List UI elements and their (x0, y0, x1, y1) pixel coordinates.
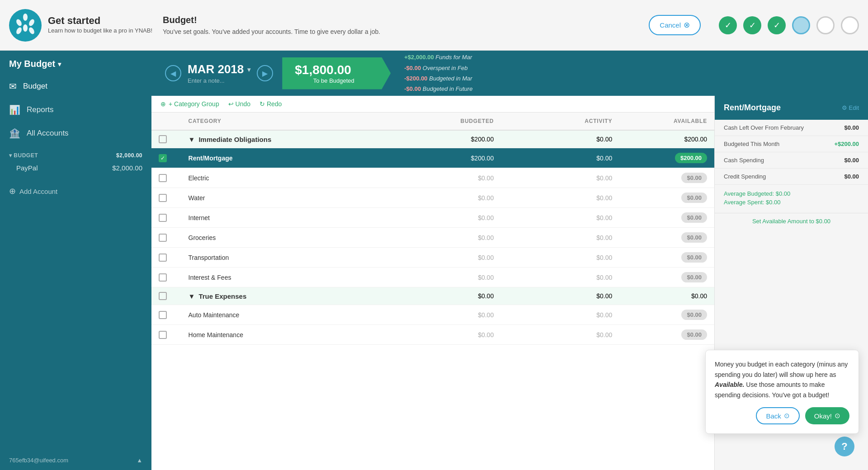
add-account-icon: ⊕ (9, 186, 16, 196)
category-group-button[interactable]: ⊕ + Category Group (160, 100, 219, 108)
tooltip-text: Money you budget in each category (minus… (715, 359, 849, 400)
sidebar-user-email: 765efb34@uifeed.com (9, 457, 68, 464)
group-available-true: $0.00 (619, 287, 714, 305)
next-month-button[interactable]: ▶ (257, 65, 273, 81)
item-name-electric: Electric (189, 174, 209, 182)
breakdown-label-0: Funds for Mar (435, 54, 472, 61)
breakdown-row-2: -$200.00 Budgeted in Mar (404, 73, 472, 84)
sidebar-footer-arrow-icon: ▲ (137, 457, 142, 464)
item-available-home: $0.00 (681, 329, 707, 340)
th-activity: ACTIVITY (501, 113, 619, 130)
prev-month-button[interactable]: ◀ (165, 65, 181, 81)
budget-toolbar: ⊕ + Category Group ↩ Undo ↻ Redo (151, 96, 714, 113)
table-row[interactable]: Water $0.00 $0.00 $0.00 (151, 188, 714, 208)
main-layout: My Budget ▾ ✉ Budget 📊 Reports 🏦 All Acc… (0, 51, 868, 470)
table-row[interactable]: Home Maintenance $0.00 $0.00 $0.00 (151, 325, 714, 345)
item-checkbox-interest[interactable] (159, 273, 167, 282)
table-row[interactable]: Auto Maintenance $0.00 $0.00 $0.00 (151, 305, 714, 325)
item-name-transportation: Transportation (189, 254, 229, 261)
get-started-content: Budget! You've set goals. You've added y… (154, 15, 649, 35)
group-name-true: ▼ True Expenses (189, 292, 376, 300)
month-note[interactable]: Enter a note... (188, 77, 250, 84)
rp-label-cash: Cash Spending (724, 157, 764, 164)
month-dropdown-icon[interactable]: ▾ (247, 66, 250, 73)
group-triangle-icon: ▼ (189, 136, 195, 143)
item-available-auto: $0.00 (681, 310, 707, 320)
breakdown-amount-2: -$200.00 (404, 75, 427, 82)
table-row[interactable]: Internet $0.00 $0.00 $0.00 (151, 208, 714, 228)
item-available-internet: $0.00 (681, 212, 707, 223)
tooltip-okay-button[interactable]: Okay! ⊙ (805, 407, 849, 424)
item-budgeted-internet: $0.00 (382, 208, 501, 228)
item-checkbox-internet[interactable] (159, 214, 167, 222)
tooltip-okay-label: Okay! (814, 412, 832, 420)
cancel-button[interactable]: Cancel ⊗ (649, 15, 701, 35)
item-checkbox-groceries[interactable] (159, 234, 167, 242)
item-checkbox-transportation[interactable] (159, 254, 167, 262)
group-budgeted-true: $0.00 (382, 287, 501, 305)
progress-dot-1: ✓ (719, 16, 737, 34)
right-panel-row-budgeted: Budgeted This Month +$200.00 (715, 136, 868, 152)
right-panel-header: Rent/Mortgage ⚙ Edit (715, 96, 868, 120)
table-row[interactable]: Interest & Fees $0.00 $0.00 $0.00 (151, 268, 714, 287)
item-checkbox-home[interactable] (159, 331, 167, 339)
all-accounts-icon: 🏦 (9, 128, 20, 139)
rp-label-credit: Credit Spending (724, 173, 766, 180)
sidebar-account-paypal[interactable]: PayPal $2,000.00 (0, 161, 151, 174)
table-row[interactable]: Transportation $0.00 $0.00 $0.00 (151, 248, 714, 268)
table-row[interactable]: ✓ Rent/Mortgage $200.00 $0.00 $200.00 (151, 148, 714, 168)
item-checkbox-auto[interactable] (159, 311, 167, 319)
month-year-display: MAR 2018 ▾ (188, 62, 250, 76)
item-budgeted-transportation: $0.00 (382, 248, 501, 268)
help-button[interactable]: ? (835, 437, 854, 456)
table-row[interactable]: ▼ Immediate Obligations $200.00 $0.00 $2… (151, 130, 714, 148)
add-account-button[interactable]: ⊕ Add Account (0, 179, 151, 203)
sidebar-item-budget[interactable]: ✉ Budget (0, 75, 151, 98)
group-activity-true: $0.00 (501, 287, 619, 305)
table-row[interactable]: Groceries $0.00 $0.00 $0.00 (151, 228, 714, 248)
to-be-budgeted-panel[interactable]: $1,800.00 To be Budgeted (282, 57, 391, 89)
right-panel-row-cashover: Cash Left Over From February $0.00 (715, 120, 868, 136)
sidebar-item-reports[interactable]: 📊 Reports (0, 98, 151, 122)
th-check (151, 113, 181, 130)
item-name-home: Home Maintenance (189, 331, 243, 338)
sidebar-section-label-text: ▾ BUDGET (9, 152, 38, 159)
undo-button[interactable]: ↩ Undo (228, 100, 250, 108)
breakdown-amount-1: -$0.00 (404, 65, 421, 71)
group-checkbox-immediate[interactable] (159, 135, 167, 143)
tooltip-back-label: Back (766, 412, 781, 420)
item-activity-electric: $0.00 (501, 168, 619, 188)
breakdown-amount-0: +$2,000.00 (404, 54, 434, 61)
sidebar-item-all-accounts[interactable]: 🏦 All Accounts (0, 122, 151, 145)
right-panel-row-cash: Cash Spending $0.00 (715, 152, 868, 169)
sidebar-reports-label: Reports (27, 105, 54, 114)
budget-table: CATEGORY BUDGETED ACTIVITY AVAILABLE ▼ I… (151, 113, 714, 345)
group-budgeted-immediate: $200.00 (382, 130, 501, 148)
top-banner: Get started Learn how to budget like a p… (0, 0, 868, 51)
month-nav: ◀ MAR 2018 ▾ Enter a note... ▶ (165, 62, 273, 84)
progress-dot-5[interactable] (816, 16, 835, 34)
tooltip-okay-icon: ⊙ (835, 412, 840, 420)
breakdown-row-0: +$2,000.00 Funds for Mar (404, 52, 472, 62)
redo-button[interactable]: ↻ Redo (259, 100, 282, 108)
item-checkbox-water[interactable] (159, 194, 167, 202)
item-checkbox-electric[interactable] (159, 174, 167, 182)
banner-subtitle: You've set goals. You've added your acco… (163, 28, 649, 35)
group-available-immediate: $200.00 (619, 130, 714, 148)
edit-button[interactable]: ⚙ Edit (842, 104, 859, 111)
set-available-button[interactable]: Set Available Amount to $0.00 (715, 213, 868, 229)
table-row[interactable]: Electric $0.00 $0.00 $0.00 (151, 168, 714, 188)
sidebar-budget-header[interactable]: My Budget ▾ (0, 51, 151, 75)
progress-dot-4[interactable] (792, 16, 810, 34)
svg-point-1 (23, 14, 28, 21)
rp-val-cash: $0.00 (844, 157, 859, 164)
item-checkbox-rent[interactable]: ✓ (159, 154, 167, 162)
budget-header: ◀ MAR 2018 ▾ Enter a note... ▶ $1,800.00… (151, 51, 868, 96)
group-checkbox-true[interactable] (159, 292, 167, 300)
right-panel-row-credit: Credit Spending $0.00 (715, 169, 868, 185)
table-row[interactable]: ▼ True Expenses $0.00 $0.00 $0.00 (151, 287, 714, 305)
progress-dot-6[interactable] (841, 16, 859, 34)
to-be-budgeted-label: To be Budgeted (295, 77, 373, 84)
tooltip-back-button[interactable]: Back ⊙ (756, 407, 799, 424)
breakdown-label-1: Overspent in Feb (423, 65, 468, 71)
